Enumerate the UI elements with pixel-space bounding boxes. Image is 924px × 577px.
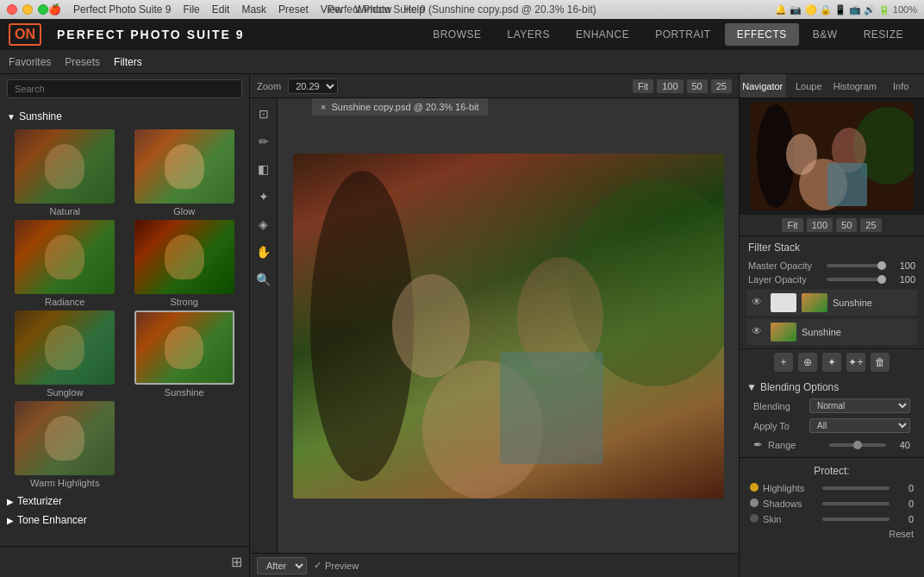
svg-point-11 (786, 134, 817, 175)
highlights-row: Highlights 0 (746, 480, 917, 496)
healing-tool[interactable]: ✦ (253, 186, 274, 207)
gradient-tool[interactable]: ◧ (253, 159, 274, 179)
right-tab-info[interactable]: Info (878, 74, 925, 97)
maximize-button[interactable] (38, 4, 48, 15)
section-title: Sunshine (19, 110, 62, 122)
skin-dot (750, 514, 759, 523)
tab-browse[interactable]: BROWSE (421, 23, 493, 46)
range-slider[interactable] (829, 443, 886, 447)
zoom-100-btn[interactable]: 100 (657, 79, 683, 93)
zoom-fit-btn[interactable]: Fit (633, 79, 653, 93)
after-select[interactable]: After (257, 557, 307, 574)
hand-tool[interactable]: ✋ (253, 241, 274, 262)
center-area: Zoom 20.29 Fit 100 50 25 ⊡ ✏ ◧ ✦ ◈ ✋ 🔍 (250, 74, 739, 577)
menu-file[interactable]: File (183, 3, 199, 16)
close-icon[interactable]: × (321, 102, 326, 112)
highlights-value: 0 (895, 483, 914, 493)
nav-100-btn[interactable]: 100 (807, 218, 833, 232)
eye-icon-1[interactable]: 👁 (752, 296, 765, 310)
preset-radiance[interactable]: Radiance (7, 220, 123, 307)
minimize-button[interactable] (22, 4, 33, 15)
nav-25-btn[interactable]: 25 (860, 218, 881, 232)
search-bar (0, 74, 249, 103)
menu-mask[interactable]: Mask (241, 3, 266, 16)
on1-bar: ON PERFECT PHOTO SUITE 9 BROWSE LAYERS E… (0, 19, 924, 50)
tab-resize[interactable]: RESIZE (852, 23, 915, 46)
highlights-slider[interactable] (822, 486, 890, 490)
layer-thumb-white (771, 293, 796, 312)
canvas-filename: Sunshine copy.psd @ 20.3% 16-bit (331, 102, 478, 112)
menu-edit[interactable]: Edit (212, 3, 230, 16)
grid-view-icon[interactable]: ⊞ (231, 554, 242, 570)
menu-preset[interactable]: Preset (278, 3, 309, 16)
right-tab-loupe[interactable]: Loupe (786, 74, 833, 97)
add-layer-btn[interactable]: + (774, 353, 793, 372)
blend-btn[interactable]: ✦+ (846, 353, 865, 372)
zoom-bar: Zoom 20.29 Fit 100 50 25 (250, 74, 739, 98)
layer-opacity-row: Layer Opacity 100 (740, 273, 924, 286)
close-button[interactable] (7, 4, 17, 15)
nav-tabs: BROWSE LAYERS ENHANCE PORTRAIT EFFECTS B… (421, 23, 915, 46)
tab-enhance[interactable]: ENHANCE (564, 23, 641, 46)
preset-warm[interactable]: Warm Highlights (7, 401, 123, 488)
preset-label-sunshine: Sunshine (165, 387, 204, 398)
nav-50-btn[interactable]: 50 (836, 218, 857, 232)
tab-favorites[interactable]: Favorites (9, 56, 51, 68)
search-input[interactable] (7, 79, 242, 98)
layer-opacity-slider[interactable] (827, 278, 886, 281)
preset-thumb-strong (134, 220, 234, 294)
apply-to-select[interactable]: All (809, 418, 910, 433)
preset-sunshine[interactable]: Sunshine (127, 310, 243, 398)
preview-checkbox-area[interactable]: ✓ Preview (314, 560, 359, 571)
zoom-tool[interactable]: 🔍 (253, 269, 274, 290)
section-header-tone[interactable]: ▶ Tone Enhancer (3, 511, 246, 530)
clone-tool[interactable]: ◈ (253, 214, 274, 235)
section-header-sunshine[interactable]: ▼ Sunshine (3, 107, 246, 126)
skin-slider[interactable] (822, 517, 890, 521)
tab-layers[interactable]: LAYERS (496, 23, 562, 46)
delete-layer-btn[interactable]: 🗑 (871, 353, 890, 372)
layer-actions: + ⊕ ✦ ✦+ 🗑 (740, 348, 924, 375)
reset-button[interactable]: Reset (889, 529, 914, 539)
blend-title: Blending Options (760, 381, 839, 393)
right-tab-navigator[interactable]: Navigator (740, 74, 786, 97)
shadows-slider[interactable] (822, 502, 890, 505)
menu-apple[interactable]: 🍎 (48, 3, 61, 16)
crop-tool[interactable]: ⊡ (253, 103, 274, 124)
zoom-25-btn[interactable]: 25 (711, 79, 732, 93)
highlights-label: Highlights (750, 483, 817, 493)
filter-layer-1: 👁 Sunshine (746, 290, 917, 316)
mask-btn[interactable]: ✦ (822, 353, 841, 372)
tex-arrow: ▶ (7, 497, 14, 506)
tab-presets[interactable]: Presets (65, 56, 100, 68)
tex-label: Texturizer (17, 495, 62, 507)
brush-tool[interactable]: ✏ (253, 131, 274, 152)
on1-logo: ON (9, 23, 41, 46)
preset-strong[interactable]: Strong (127, 220, 243, 307)
dropper-icon[interactable]: ✒ (753, 438, 763, 451)
zoom-50-btn[interactable]: 50 (687, 79, 708, 93)
section-header-texturizer[interactable]: ▶ Texturizer (3, 492, 246, 511)
zoom-select[interactable]: 20.29 (288, 78, 338, 94)
tab-effects[interactable]: EFFECTS (725, 23, 799, 46)
preset-glow[interactable]: Glow (127, 129, 243, 216)
preset-sunglow[interactable]: Sunglow (7, 310, 123, 398)
nav-fit-btn[interactable]: Fit (782, 218, 802, 232)
nav-fit-buttons: Fit 100 50 25 (740, 215, 924, 236)
svg-point-4 (392, 274, 470, 378)
menu-app[interactable]: Perfect Photo Suite 9 (73, 3, 171, 16)
copy-layer-btn[interactable]: ⊕ (798, 353, 817, 372)
shadows-value: 0 (895, 499, 914, 509)
blending-header[interactable]: ▼ Blending Options (746, 379, 917, 396)
canvas-wrap: × Sunshine copy.psd @ 20.3% 16-bit (278, 98, 739, 553)
tab-portrait[interactable]: PORTRAIT (643, 23, 722, 46)
layer-thumb-1 (802, 293, 827, 312)
right-tab-histogram[interactable]: Histogram (832, 74, 878, 97)
eye-icon-2[interactable]: 👁 (752, 325, 765, 339)
preset-natural[interactable]: Natural (7, 129, 123, 216)
master-opacity-slider[interactable] (827, 264, 886, 267)
blending-select[interactable]: Normal (809, 398, 910, 413)
preset-label-warm: Warm Highlights (30, 478, 99, 488)
tab-filters[interactable]: Filters (114, 56, 142, 68)
tab-bw[interactable]: B&W (801, 23, 850, 46)
